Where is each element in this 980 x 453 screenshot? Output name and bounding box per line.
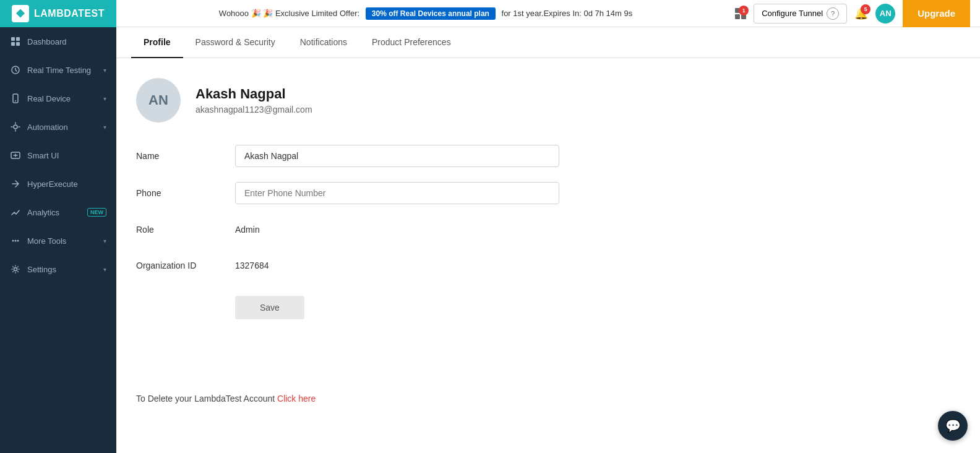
automation-icon — [10, 121, 21, 132]
chat-widget[interactable]: 💬 — [938, 411, 968, 441]
logo-area: LAMBDATEST — [0, 0, 116, 27]
org-id-value: 1327684 — [235, 255, 269, 276]
realtime-icon — [10, 64, 21, 76]
smartui-icon — [10, 150, 21, 161]
tab-product-preferences[interactable]: Product Preferences — [359, 27, 463, 58]
role-value: Admin — [235, 219, 260, 240]
delete-section: To Delete your LambdaTest Account Click … — [136, 394, 690, 403]
app-name: LAMBDATEST — [34, 8, 105, 19]
tabs-bar: Profile Password & Security Notification… — [116, 27, 980, 58]
sidebar-item-automation[interactable]: Automation ▾ — [0, 113, 116, 141]
role-row: Role Admin — [136, 219, 690, 240]
chevron-down-icon: ▾ — [103, 238, 106, 244]
upgrade-button[interactable]: Upgrade — [903, 0, 970, 27]
sidebar-item-label: HyperExecute — [27, 179, 106, 189]
user-info: Akash Nagpal akashnagpal1123@gmail.com — [196, 86, 312, 114]
svg-rect-2 — [11, 42, 15, 46]
user-email: akashnagpal1123@gmail.com — [196, 105, 312, 114]
sidebar-item-label: Dashboard — [27, 37, 106, 46]
profile-content: AN Akash Nagpal akashnagpal1123@gmail.co… — [116, 58, 710, 423]
main-layout: Dashboard Real Time Testing ▾ Real Devic… — [0, 27, 980, 453]
tab-profile[interactable]: Profile — [131, 27, 183, 58]
org-id-label: Organization ID — [136, 261, 235, 270]
chevron-down-icon: ▾ — [103, 124, 106, 131]
logo-icon — [12, 5, 29, 22]
offer-badge: 30% off Real Devices annual plan — [366, 7, 496, 20]
new-badge: NEW — [87, 208, 106, 217]
offer-banner: Wohooo 🎉 🎉 Exclusive Limited Offer: 30% … — [116, 9, 735, 18]
chevron-down-icon: ▾ — [103, 67, 106, 74]
realdevice-icon — [10, 93, 21, 104]
configure-tunnel-button[interactable]: Configure Tunnel ? — [754, 4, 847, 24]
delete-text: To Delete your LambdaTest Account — [136, 394, 277, 403]
help-icon: ? — [827, 7, 839, 20]
sidebar-item-label: Settings — [27, 265, 97, 274]
svg-point-11 — [17, 240, 19, 242]
save-row: Save — [136, 291, 690, 319]
content-area: Profile Password & Security Notification… — [116, 27, 980, 453]
phone-label: Phone — [136, 188, 235, 198]
svg-rect-1 — [16, 37, 20, 41]
sidebar-item-settings[interactable]: Settings ▾ — [0, 255, 116, 283]
svg-point-12 — [14, 268, 17, 271]
user-avatar-button[interactable]: AN — [875, 4, 895, 24]
sidebar-item-label: Real Time Testing — [27, 66, 97, 75]
org-id-row: Organization ID 1327684 — [136, 255, 690, 276]
name-row: Name — [136, 145, 690, 167]
role-label: Role — [136, 225, 235, 235]
chat-icon: 💬 — [945, 418, 961, 433]
chevron-down-icon: ▾ — [103, 266, 106, 273]
grid-icon[interactable]: 1 — [735, 8, 746, 19]
notifications-button[interactable]: 🔔 5 — [854, 7, 868, 20]
notifications-badge: 5 — [861, 4, 870, 14]
chevron-down-icon: ▾ — [103, 95, 106, 102]
sidebar-item-more-tools[interactable]: More Tools ▾ — [0, 226, 116, 255]
sidebar-item-smart-ui[interactable]: Smart UI — [0, 141, 116, 170]
name-input[interactable] — [235, 145, 559, 167]
svg-point-6 — [15, 100, 16, 101]
svg-point-9 — [12, 240, 14, 242]
svg-rect-0 — [11, 37, 15, 41]
tab-password-security[interactable]: Password & Security — [183, 27, 288, 58]
name-label: Name — [136, 151, 235, 161]
sidebar-item-label: Automation — [27, 123, 97, 132]
analytics-icon — [10, 207, 21, 218]
user-name: Akash Nagpal — [196, 86, 312, 102]
top-banner: LAMBDATEST Wohooo 🎉 🎉 Exclusive Limited … — [0, 0, 980, 27]
user-avatar-large: AN — [136, 78, 181, 123]
offer-suffix: for 1st year.Expires In: 0d 7h 14m 9s — [502, 9, 633, 18]
user-header: AN Akash Nagpal akashnagpal1123@gmail.co… — [136, 78, 690, 123]
tab-notifications[interactable]: Notifications — [288, 27, 359, 58]
profile-form: Name Phone Role Admin Organization ID 13… — [136, 145, 690, 319]
sidebar-item-label: Real Device — [27, 94, 97, 103]
sidebar-item-hyperexecute[interactable]: HyperExecute — [0, 170, 116, 198]
save-button[interactable]: Save — [235, 296, 304, 319]
sidebar-item-analytics[interactable]: Analytics NEW — [0, 198, 116, 226]
hyperexecute-icon — [10, 178, 21, 189]
grid-badge: 1 — [739, 6, 749, 15]
delete-link[interactable]: Click here — [277, 394, 316, 403]
woohoo-text: Wohooo 🎉 🎉 Exclusive Limited Offer: — [219, 9, 359, 18]
sidebar-item-label: More Tools — [27, 236, 97, 246]
phone-row: Phone — [136, 182, 690, 204]
sidebar-item-dashboard[interactable]: Dashboard — [0, 27, 116, 56]
sidebar-item-real-time-testing[interactable]: Real Time Testing ▾ — [0, 56, 116, 84]
svg-rect-3 — [16, 42, 20, 46]
header-actions: 1 Configure Tunnel ? 🔔 5 AN Upgrade — [735, 0, 970, 27]
configure-tunnel-label: Configure Tunnel — [762, 9, 823, 18]
phone-input[interactable] — [235, 182, 559, 204]
svg-point-7 — [14, 125, 17, 129]
sidebar-item-label: Analytics — [27, 208, 81, 217]
moretools-icon — [10, 235, 21, 246]
dashboard-icon — [10, 36, 21, 47]
sidebar-item-real-device[interactable]: Real Device ▾ — [0, 84, 116, 113]
sidebar: Dashboard Real Time Testing ▾ Real Devic… — [0, 27, 116, 453]
svg-point-10 — [15, 240, 17, 242]
settings-icon — [10, 264, 21, 275]
sidebar-item-label: Smart UI — [27, 151, 106, 160]
